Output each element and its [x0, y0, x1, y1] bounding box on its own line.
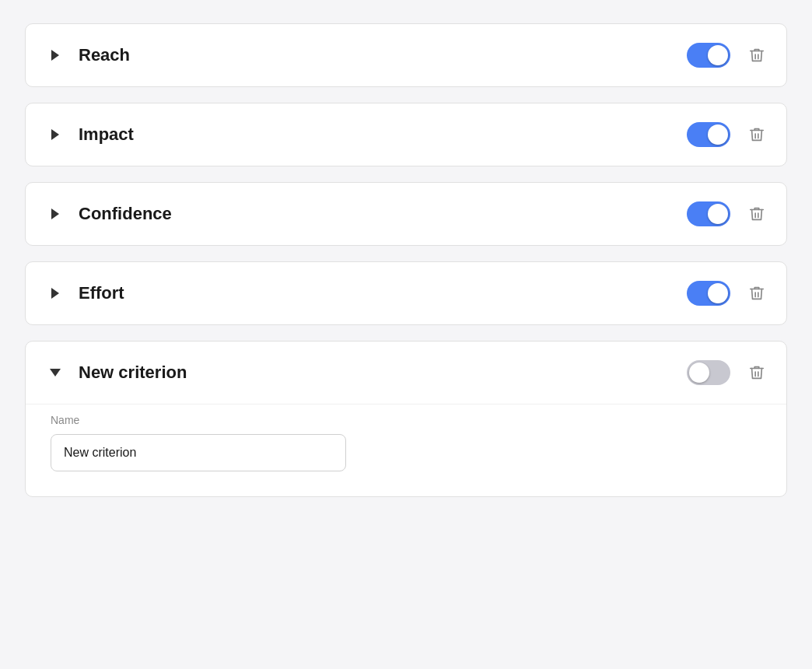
toggle-reach-track: [687, 43, 730, 68]
criterion-header-confidence: Confidence: [26, 183, 786, 245]
criterion-actions-impact: [687, 122, 768, 147]
toggle-new-criterion-thumb: [689, 363, 709, 383]
delete-impact-button[interactable]: [746, 124, 768, 145]
expand-effort-button[interactable]: [44, 282, 66, 304]
trash-icon: [748, 126, 765, 143]
expand-new-criterion-button[interactable]: [44, 362, 66, 384]
expand-confidence-button[interactable]: [44, 203, 66, 225]
criterion-body-new-criterion: Name: [26, 404, 786, 496]
toggle-confidence[interactable]: [687, 201, 730, 226]
toggle-effort[interactable]: [687, 281, 730, 306]
name-field-input[interactable]: [51, 434, 346, 471]
toggle-impact-thumb: [708, 124, 728, 145]
criterion-header-impact: Impact: [26, 103, 786, 166]
chevron-right-icon: [51, 129, 59, 140]
trash-icon: [748, 364, 765, 381]
delete-confidence-button[interactable]: [746, 203, 768, 225]
delete-reach-button[interactable]: [746, 44, 768, 66]
toggle-confidence-thumb: [708, 204, 728, 224]
toggle-confidence-track: [687, 201, 730, 226]
criteria-list: Reach: [25, 23, 787, 497]
criterion-header-effort: Effort: [26, 262, 786, 324]
toggle-reach-thumb: [708, 45, 728, 65]
trash-icon: [748, 205, 765, 222]
criterion-title-impact: Impact: [79, 124, 687, 145]
chevron-right-icon: [51, 50, 59, 61]
delete-new-criterion-button[interactable]: [746, 362, 768, 384]
criterion-card-reach: Reach: [25, 23, 787, 87]
criterion-title-new-criterion: New criterion: [79, 363, 687, 383]
name-field-label: Name: [51, 414, 761, 426]
criterion-title-effort: Effort: [79, 283, 687, 303]
criterion-card-effort: Effort: [25, 261, 787, 325]
toggle-impact[interactable]: [687, 122, 730, 147]
criterion-actions-effort: [687, 281, 768, 306]
criterion-card-impact: Impact: [25, 103, 787, 166]
trash-icon: [748, 285, 765, 302]
toggle-impact-track: [687, 122, 730, 147]
criterion-card-confidence: Confidence: [25, 182, 787, 246]
toggle-new-criterion-track: [687, 360, 730, 385]
chevron-down-icon: [50, 369, 61, 377]
criterion-header-new-criterion: New criterion: [26, 342, 786, 404]
criterion-actions-reach: [687, 43, 768, 68]
criterion-card-new-criterion: New criterion: [25, 341, 787, 497]
expand-reach-button[interactable]: [44, 44, 66, 66]
criterion-title-reach: Reach: [79, 45, 687, 65]
criterion-actions-confidence: [687, 201, 768, 226]
criterion-title-confidence: Confidence: [79, 204, 687, 224]
criterion-header-reach: Reach: [26, 24, 786, 86]
toggle-new-criterion[interactable]: [687, 360, 730, 385]
toggle-reach[interactable]: [687, 43, 730, 68]
toggle-effort-thumb: [708, 283, 728, 303]
toggle-effort-track: [687, 281, 730, 306]
chevron-right-icon: [51, 288, 59, 299]
trash-icon: [748, 47, 765, 64]
chevron-right-icon: [51, 208, 59, 219]
expand-impact-button[interactable]: [44, 124, 66, 145]
delete-effort-button[interactable]: [746, 282, 768, 304]
criterion-actions-new-criterion: [687, 360, 768, 385]
